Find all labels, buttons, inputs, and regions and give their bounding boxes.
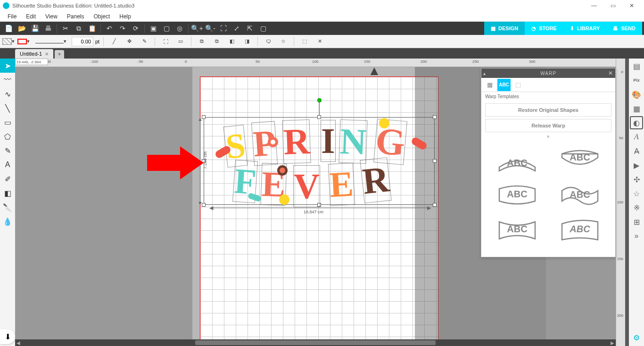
crop-icon[interactable]: ⛶ (159, 36, 172, 47)
comment-icon[interactable]: 🗨 (262, 36, 275, 47)
document-tab[interactable]: Untitled-1 ✕ (15, 49, 53, 59)
group-icon[interactable]: ⧉ (195, 36, 208, 47)
scroll-right-icon[interactable]: ▶ (609, 339, 616, 346)
front-icon[interactable]: ◧ (225, 36, 239, 47)
copy-icon[interactable]: ⧉ (72, 22, 85, 34)
release-warp-button[interactable]: Release Warp (485, 119, 611, 132)
nav-library[interactable]: ⬇ LIBRARY (563, 22, 606, 35)
line-color-button[interactable]: ▾ (17, 36, 30, 47)
text-panel-icon[interactable]: A (630, 130, 643, 143)
close-tab-icon[interactable]: ✕ (45, 51, 49, 57)
stroke-width-input[interactable] (72, 37, 93, 46)
eyedropper-tool[interactable]: 💧 (0, 214, 15, 228)
menu-object[interactable]: Object (89, 12, 115, 21)
menu-edit[interactable]: Edit (21, 12, 41, 21)
warp-template-wave[interactable]: ABC (555, 182, 604, 208)
box-icon[interactable]: ⬚ (298, 36, 311, 47)
warp-template-arc-upper[interactable]: ABC (493, 149, 541, 173)
knife-tool[interactable]: 🔪 (0, 200, 15, 214)
paste-icon[interactable]: 📋 (85, 22, 99, 34)
frame-icon[interactable]: ▭ (174, 36, 187, 47)
maximize-button[interactable]: ▭ (603, 0, 622, 11)
move-tool-icon[interactable]: ✥ (123, 36, 136, 47)
scroll-left-icon[interactable]: ◀ (15, 339, 22, 346)
text-style-icon[interactable]: A̶ (630, 144, 643, 158)
eraser-tool[interactable]: ◧ (0, 186, 15, 200)
replicate-icon[interactable]: ✣ (630, 173, 643, 186)
collapse-panel-icon[interactable]: ▴ (483, 71, 486, 76)
trace-icon[interactable]: ⊞ (630, 215, 643, 228)
minimize-button[interactable]: — (585, 0, 603, 11)
print-icon[interactable]: 🖶 (41, 22, 55, 34)
open-file-icon[interactable]: 📂 (15, 22, 28, 34)
note-tool[interactable]: ✐ (0, 172, 15, 186)
close-window-button[interactable]: ✕ (622, 0, 641, 11)
rectangle-tool[interactable]: ▭ (0, 115, 15, 129)
menu-view[interactable]: View (41, 12, 62, 21)
horizontal-scrollbar[interactable]: ◀ ▶ (15, 339, 616, 346)
scrollbar-thumb[interactable] (195, 340, 436, 345)
line-style-button[interactable]: ▾ (32, 36, 70, 47)
resize-handle-se[interactable] (433, 203, 437, 207)
center-view-icon[interactable]: ◎ (173, 22, 186, 34)
fit-page-icon[interactable]: ⇱ (243, 22, 256, 34)
add-tab-button[interactable]: + (55, 50, 64, 59)
cut-icon[interactable]: ✂ (59, 22, 72, 34)
delete-icon[interactable]: ✕ (313, 36, 326, 47)
line-tool[interactable]: ╲ (0, 101, 15, 115)
undo-icon[interactable]: ↶ (103, 22, 116, 34)
warp-tab-templates[interactable]: ABC (497, 79, 511, 91)
freehand-tool[interactable]: ∿ (0, 87, 15, 101)
arrow-tool[interactable]: ⬠ (0, 129, 15, 143)
sketch-icon[interactable]: ✎ (138, 36, 151, 47)
selected-artwork[interactable]: 18.847 cm 7.266 cm ◀ ▶ ▲ ▼ S P R I N G F… (204, 117, 439, 211)
warp-template-flag[interactable]: ABC (555, 217, 604, 243)
restore-shapes-button[interactable]: Restore Original Shapes (485, 103, 611, 117)
color-palette-icon[interactable]: 🎨 (630, 88, 643, 101)
warp-template-bulge[interactable]: ABC (493, 182, 541, 208)
warp-panel-icon[interactable]: ◐ (630, 116, 643, 129)
zoom-selection-icon[interactable]: ⛶ (217, 22, 230, 34)
menu-help[interactable]: Help (115, 12, 136, 21)
select-all-icon[interactable]: ▣ (147, 22, 160, 34)
transform-icon[interactable]: ▶ (630, 159, 643, 172)
zoom-drag-icon[interactable]: ⤢ (230, 22, 243, 34)
back-icon[interactable]: ◨ (240, 36, 254, 47)
edit-points-tool[interactable]: 〰 (0, 73, 15, 87)
menu-panels[interactable]: Panels (62, 12, 89, 21)
settings-icon[interactable]: ⚙ (630, 331, 643, 344)
warp-tab-conical[interactable]: ⬚ (512, 79, 525, 91)
ungroup-icon[interactable]: ⧉ (210, 36, 223, 47)
warp-template-bowtie[interactable]: ABC (493, 217, 541, 243)
pen-tool[interactable]: ✎ (0, 143, 15, 158)
page-setup-icon[interactable]: ▤ (630, 59, 643, 73)
resize-handle-e[interactable] (433, 159, 437, 163)
zoom-out-icon[interactable]: 🔍- (204, 22, 217, 34)
new-file-icon[interactable]: 📄 (2, 22, 15, 34)
warp-template-arc-lower[interactable]: ABC (555, 149, 604, 173)
nav-design[interactable]: ▦ DESIGN (484, 22, 525, 35)
chevrons-icon[interactable]: » (630, 229, 643, 243)
nesting-icon[interactable]: ※ (630, 201, 643, 214)
deselect-icon[interactable]: ▢ (160, 22, 173, 34)
expand-sidebar-button[interactable]: ⬇ (0, 329, 15, 344)
resize-handle-n[interactable] (317, 115, 321, 119)
pixscan-icon[interactable]: Pix (630, 74, 643, 87)
nav-send[interactable]: 🖶 SEND (606, 22, 642, 35)
select-tool[interactable]: ➤ (0, 59, 15, 73)
resize-handle-ne[interactable] (433, 115, 437, 119)
warp-panel-header[interactable]: ▴ WARP ✕ (481, 68, 615, 78)
save-file-icon[interactable]: 💾 (28, 22, 41, 34)
fill-color-button[interactable]: ▾ (2, 36, 15, 47)
star-panel-icon[interactable]: ☆ (630, 187, 643, 200)
zoom-in-icon[interactable]: 🔍+ (190, 22, 204, 34)
warp-tab-grid[interactable]: ▦ (483, 79, 496, 91)
fit-window-icon[interactable]: ▢ (256, 22, 270, 34)
star-icon[interactable]: ☆ (277, 36, 290, 47)
nav-store[interactable]: ◔ STORE (525, 22, 563, 35)
refresh-icon[interactable]: ⟳ (129, 22, 142, 34)
text-tool[interactable]: A (0, 158, 15, 172)
menu-file[interactable]: File (3, 12, 21, 21)
grid-panel-icon[interactable]: ▦ (630, 102, 643, 115)
close-panel-icon[interactable]: ✕ (608, 70, 613, 76)
